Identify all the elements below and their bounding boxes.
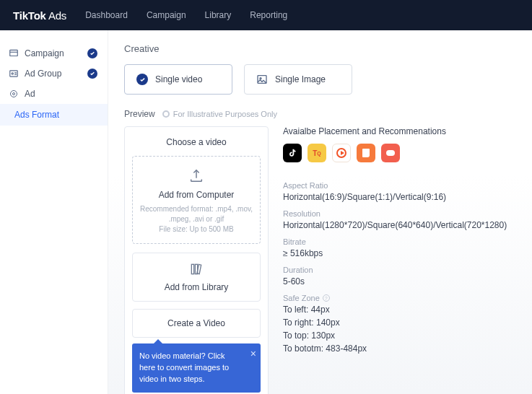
spec-value: To left: 44px: [283, 305, 516, 315]
sidebar-label: Ad: [25, 89, 35, 99]
spec-label: Aspect Ratio: [283, 181, 516, 190]
check-icon: [87, 48, 97, 58]
section-title-creative: Creative: [124, 43, 516, 54]
sidebar-label: Campaign: [25, 48, 64, 58]
upload-title: Add from Computer: [139, 190, 254, 200]
creative-single-video[interactable]: Single video: [124, 64, 232, 95]
placement-icons: TQ: [283, 144, 516, 162]
brand-bold: TikTok: [13, 9, 46, 22]
toast-text: No video material? Click here to convert…: [139, 351, 229, 383]
svg-point-6: [260, 78, 261, 79]
placement-news-icon[interactable]: [381, 144, 400, 162]
no-video-toast: × No video material? Click here to conve…: [132, 343, 261, 393]
check-icon: [87, 69, 97, 79]
placement-tiktok-icon[interactable]: [283, 144, 302, 162]
library-icon: [139, 262, 254, 276]
sidebar-item-ad[interactable]: Ad: [0, 84, 108, 104]
sidebar-label: Ad Group: [25, 69, 61, 79]
add-from-library-button[interactable]: Add from Library: [132, 253, 261, 302]
add-from-computer-button[interactable]: Add from Computer Recommended format: .m…: [132, 156, 261, 244]
nav-reporting[interactable]: Reporting: [250, 10, 287, 20]
sidebar-item-adgroup[interactable]: Ad Group: [0, 64, 108, 84]
choose-video-panel: Choose a video Add from Computer Recomme…: [124, 126, 269, 394]
spec-value: To right: 140px: [283, 318, 516, 328]
preview-label: Preview: [124, 109, 155, 119]
svg-point-4: [13, 93, 15, 95]
placement-recommendations: Avaialbe Placement and Recommenations TQ…: [283, 126, 516, 362]
spec-label: Duration: [283, 266, 516, 274]
spec-value: ≥ 516kbps: [283, 248, 516, 258]
svg-point-3: [11, 91, 17, 97]
sidebar: Campaign Ad Group: [0, 30, 108, 394]
svg-point-2: [12, 73, 13, 74]
preview-body: Choose a video Add from Computer Recomme…: [124, 126, 516, 394]
main-content: Creative Single video Single Image Previ…: [108, 30, 532, 394]
brand-logo: TikTok Ads: [13, 9, 66, 22]
toast-arrow-icon: [154, 339, 162, 343]
spec-label: Bitrate: [283, 237, 516, 246]
nav-dashboard[interactable]: Dashboard: [85, 10, 128, 20]
top-nav: TikTok Ads Dashboard Campaign Library Re…: [0, 0, 532, 30]
adgroup-icon: [9, 69, 19, 79]
spec-label-safezone: Safe Zone ?: [283, 294, 516, 302]
brand-light: Ads: [46, 9, 66, 22]
spec-label: Resolution: [283, 209, 516, 218]
creative-label: Single Image: [275, 74, 326, 84]
nav-library[interactable]: Library: [205, 10, 232, 20]
placement-helo-icon[interactable]: [357, 144, 375, 162]
app-root: TikTok Ads Dashboard Campaign Library Re…: [0, 0, 532, 394]
spec-value: 5-60s: [283, 276, 516, 286]
spec-value: To bototm: 483-484px: [283, 343, 516, 354]
image-icon: [256, 74, 268, 85]
preview-hint: For Illustrative Purposes Only: [162, 110, 277, 118]
preview-header: Preview For Illustrative Purposes Only: [124, 109, 516, 119]
svg-rect-7: [191, 264, 193, 273]
ad-icon: [9, 89, 19, 99]
spec-value: To top: 130px: [283, 330, 516, 341]
upload-icon: [139, 168, 254, 184]
sidebar-sub-ads-format[interactable]: Ads Format: [0, 104, 108, 126]
info-icon: ?: [323, 294, 330, 302]
info-icon: [162, 110, 170, 118]
placement-vigo-icon[interactable]: [332, 144, 351, 162]
nav-campaign[interactable]: Campaign: [147, 10, 186, 20]
placement-title: Avaialbe Placement and Recommenations: [283, 126, 516, 136]
close-icon[interactable]: ×: [250, 346, 256, 361]
svg-rect-0: [10, 50, 18, 56]
upload-sub: Recommended format: .mp4, .mov, .mpeg, .…: [139, 204, 254, 235]
create-a-video-button[interactable]: Create a Video: [132, 309, 261, 338]
spec-value: Horizontal(16:9)/Square(1:1)/Vertical(9:…: [283, 192, 516, 202]
creative-label: Single video: [155, 74, 202, 84]
placement-topbuzz-icon[interactable]: TQ: [308, 144, 326, 162]
campaign-icon: [9, 48, 19, 58]
sidebar-item-campaign[interactable]: Campaign: [0, 43, 108, 64]
body: Campaign Ad Group: [0, 30, 532, 394]
spec-value: Horizontal(1280*720)/Square(640*640)/Ver…: [283, 220, 516, 230]
creative-single-image[interactable]: Single Image: [244, 64, 352, 95]
specs: Aspect Ratio Horizontal(16:9)/Square(1:1…: [283, 177, 516, 362]
check-icon: [136, 74, 148, 85]
choose-title: Choose a video: [132, 137, 261, 147]
creative-type-row: Single video Single Image: [124, 64, 516, 95]
